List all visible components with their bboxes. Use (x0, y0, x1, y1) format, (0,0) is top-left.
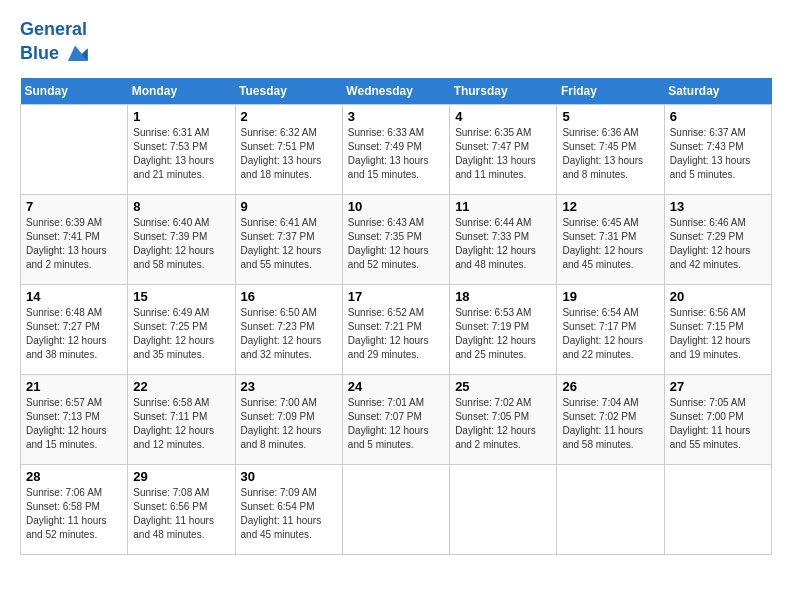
calendar-week-row: 21 Sunrise: 6:57 AM Sunset: 7:13 PM Dayl… (21, 374, 772, 464)
day-number: 28 (26, 469, 122, 484)
sunrise-label: Sunrise: 7:05 AM (670, 397, 746, 408)
day-number: 30 (241, 469, 337, 484)
day-number: 23 (241, 379, 337, 394)
logo-text: General (20, 20, 89, 40)
day-info: Sunrise: 6:56 AM Sunset: 7:15 PM Dayligh… (670, 306, 766, 362)
sunset-label: Sunset: 7:37 PM (241, 231, 315, 242)
calendar-week-row: 7 Sunrise: 6:39 AM Sunset: 7:41 PM Dayli… (21, 194, 772, 284)
day-number: 21 (26, 379, 122, 394)
daylight-label: Daylight: 13 hours and 2 minutes. (26, 245, 107, 270)
sunrise-label: Sunrise: 7:08 AM (133, 487, 209, 498)
sunrise-label: Sunrise: 7:09 AM (241, 487, 317, 498)
daylight-label: Daylight: 12 hours and 2 minutes. (455, 425, 536, 450)
day-number: 14 (26, 289, 122, 304)
sunrise-label: Sunrise: 7:04 AM (562, 397, 638, 408)
sunset-label: Sunset: 7:21 PM (348, 321, 422, 332)
calendar-day-cell: 29 Sunrise: 7:08 AM Sunset: 6:56 PM Dayl… (128, 464, 235, 554)
daylight-label: Daylight: 12 hours and 29 minutes. (348, 335, 429, 360)
daylight-label: Daylight: 12 hours and 48 minutes. (455, 245, 536, 270)
day-info: Sunrise: 6:35 AM Sunset: 7:47 PM Dayligh… (455, 126, 551, 182)
sunset-label: Sunset: 7:11 PM (133, 411, 207, 422)
calendar-day-cell: 23 Sunrise: 7:00 AM Sunset: 7:09 PM Dayl… (235, 374, 342, 464)
day-number: 7 (26, 199, 122, 214)
calendar-day-cell (557, 464, 664, 554)
day-number: 10 (348, 199, 444, 214)
day-info: Sunrise: 6:53 AM Sunset: 7:19 PM Dayligh… (455, 306, 551, 362)
logo: General Blue (20, 20, 89, 68)
calendar-week-row: 14 Sunrise: 6:48 AM Sunset: 7:27 PM Dayl… (21, 284, 772, 374)
sunrise-label: Sunrise: 6:45 AM (562, 217, 638, 228)
day-info: Sunrise: 6:41 AM Sunset: 7:37 PM Dayligh… (241, 216, 337, 272)
daylight-label: Daylight: 13 hours and 15 minutes. (348, 155, 429, 180)
daylight-label: Daylight: 12 hours and 45 minutes. (562, 245, 643, 270)
daylight-label: Daylight: 12 hours and 55 minutes. (241, 245, 322, 270)
calendar-day-cell: 19 Sunrise: 6:54 AM Sunset: 7:17 PM Dayl… (557, 284, 664, 374)
sunrise-label: Sunrise: 6:49 AM (133, 307, 209, 318)
day-info: Sunrise: 6:39 AM Sunset: 7:41 PM Dayligh… (26, 216, 122, 272)
day-number: 5 (562, 109, 658, 124)
sunrise-label: Sunrise: 6:44 AM (455, 217, 531, 228)
calendar-day-cell: 16 Sunrise: 6:50 AM Sunset: 7:23 PM Dayl… (235, 284, 342, 374)
day-info: Sunrise: 7:04 AM Sunset: 7:02 PM Dayligh… (562, 396, 658, 452)
calendar-day-cell: 28 Sunrise: 7:06 AM Sunset: 6:58 PM Dayl… (21, 464, 128, 554)
sunrise-label: Sunrise: 6:35 AM (455, 127, 531, 138)
day-number: 18 (455, 289, 551, 304)
day-info: Sunrise: 6:45 AM Sunset: 7:31 PM Dayligh… (562, 216, 658, 272)
day-info: Sunrise: 6:57 AM Sunset: 7:13 PM Dayligh… (26, 396, 122, 452)
day-info: Sunrise: 6:49 AM Sunset: 7:25 PM Dayligh… (133, 306, 229, 362)
sunset-label: Sunset: 7:13 PM (26, 411, 100, 422)
calendar-day-cell: 24 Sunrise: 7:01 AM Sunset: 7:07 PM Dayl… (342, 374, 449, 464)
day-info: Sunrise: 6:31 AM Sunset: 7:53 PM Dayligh… (133, 126, 229, 182)
day-info: Sunrise: 6:32 AM Sunset: 7:51 PM Dayligh… (241, 126, 337, 182)
sunset-label: Sunset: 7:07 PM (348, 411, 422, 422)
sunrise-label: Sunrise: 6:31 AM (133, 127, 209, 138)
day-info: Sunrise: 7:09 AM Sunset: 6:54 PM Dayligh… (241, 486, 337, 542)
day-number: 6 (670, 109, 766, 124)
day-info: Sunrise: 7:01 AM Sunset: 7:07 PM Dayligh… (348, 396, 444, 452)
calendar-day-cell: 15 Sunrise: 6:49 AM Sunset: 7:25 PM Dayl… (128, 284, 235, 374)
calendar-day-cell (342, 464, 449, 554)
sunrise-label: Sunrise: 6:37 AM (670, 127, 746, 138)
sunrise-label: Sunrise: 6:39 AM (26, 217, 102, 228)
daylight-label: Daylight: 13 hours and 5 minutes. (670, 155, 751, 180)
sunrise-label: Sunrise: 6:41 AM (241, 217, 317, 228)
calendar-day-cell: 20 Sunrise: 6:56 AM Sunset: 7:15 PM Dayl… (664, 284, 771, 374)
daylight-label: Daylight: 12 hours and 42 minutes. (670, 245, 751, 270)
sunset-label: Sunset: 7:15 PM (670, 321, 744, 332)
page-header: General Blue (20, 20, 772, 68)
sunrise-label: Sunrise: 6:53 AM (455, 307, 531, 318)
day-info: Sunrise: 7:05 AM Sunset: 7:00 PM Dayligh… (670, 396, 766, 452)
daylight-label: Daylight: 12 hours and 32 minutes. (241, 335, 322, 360)
sunset-label: Sunset: 7:47 PM (455, 141, 529, 152)
calendar-day-cell: 9 Sunrise: 6:41 AM Sunset: 7:37 PM Dayli… (235, 194, 342, 284)
daylight-label: Daylight: 11 hours and 52 minutes. (26, 515, 107, 540)
sunset-label: Sunset: 7:05 PM (455, 411, 529, 422)
day-number: 20 (670, 289, 766, 304)
calendar-body: 1 Sunrise: 6:31 AM Sunset: 7:53 PM Dayli… (21, 104, 772, 554)
sunset-label: Sunset: 7:27 PM (26, 321, 100, 332)
daylight-label: Daylight: 11 hours and 48 minutes. (133, 515, 214, 540)
daylight-label: Daylight: 12 hours and 15 minutes. (26, 425, 107, 450)
sunset-label: Sunset: 6:56 PM (133, 501, 207, 512)
day-number: 19 (562, 289, 658, 304)
day-number: 17 (348, 289, 444, 304)
day-number: 3 (348, 109, 444, 124)
calendar-day-cell: 14 Sunrise: 6:48 AM Sunset: 7:27 PM Dayl… (21, 284, 128, 374)
sunset-label: Sunset: 6:54 PM (241, 501, 315, 512)
weekday-header: Thursday (450, 78, 557, 105)
daylight-label: Daylight: 11 hours and 55 minutes. (670, 425, 751, 450)
day-info: Sunrise: 6:54 AM Sunset: 7:17 PM Dayligh… (562, 306, 658, 362)
day-info: Sunrise: 7:08 AM Sunset: 6:56 PM Dayligh… (133, 486, 229, 542)
sunrise-label: Sunrise: 6:57 AM (26, 397, 102, 408)
sunrise-label: Sunrise: 6:54 AM (562, 307, 638, 318)
sunrise-label: Sunrise: 6:46 AM (670, 217, 746, 228)
sunset-label: Sunset: 7:45 PM (562, 141, 636, 152)
daylight-label: Daylight: 12 hours and 38 minutes. (26, 335, 107, 360)
calendar-header: SundayMondayTuesdayWednesdayThursdayFrid… (21, 78, 772, 105)
day-info: Sunrise: 6:52 AM Sunset: 7:21 PM Dayligh… (348, 306, 444, 362)
weekday-header: Sunday (21, 78, 128, 105)
day-number: 26 (562, 379, 658, 394)
sunrise-label: Sunrise: 6:36 AM (562, 127, 638, 138)
sunset-label: Sunset: 7:33 PM (455, 231, 529, 242)
sunrise-label: Sunrise: 7:06 AM (26, 487, 102, 498)
